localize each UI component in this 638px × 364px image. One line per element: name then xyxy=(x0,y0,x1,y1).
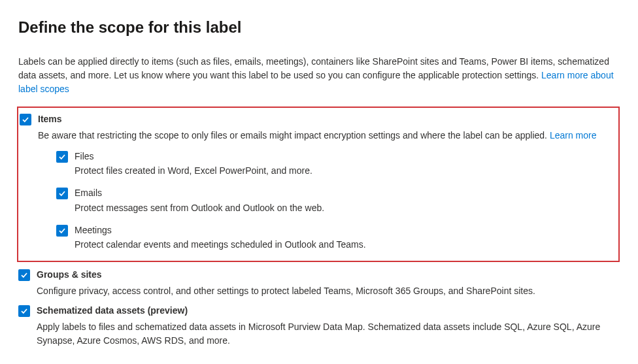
items-learn-more-link[interactable]: Learn more xyxy=(550,130,597,141)
items-row: Items Be aware that restricting the scop… xyxy=(20,113,613,253)
items-description: Be aware that restricting the scope to o… xyxy=(38,129,613,142)
emails-description: Protect messages sent from Outlook and O… xyxy=(75,201,324,215)
intro-paragraph: Labels can be applied directly to items … xyxy=(18,55,620,96)
check-icon xyxy=(58,153,66,161)
groups-label: Groups & sites xyxy=(37,269,620,282)
items-checkbox[interactable] xyxy=(20,114,31,125)
meetings-description: Protect calendar events and meetings sch… xyxy=(75,238,366,252)
intro-text: Labels can be applied directly to items … xyxy=(18,56,609,80)
page-title: Define the scope for this label xyxy=(18,18,620,37)
groups-checkbox[interactable] xyxy=(18,269,30,281)
check-icon xyxy=(58,227,66,235)
items-highlight-box: Items Be aware that restricting the scop… xyxy=(17,107,620,262)
meetings-checkbox[interactable] xyxy=(56,225,68,237)
meetings-label: Meetings xyxy=(75,224,366,237)
files-row: Files Protect files created in Word, Exc… xyxy=(56,150,613,178)
groups-description: Configure privacy, access control, and o… xyxy=(37,284,620,298)
check-icon xyxy=(20,271,28,279)
schematized-description: Apply labels to files and schematized da… xyxy=(37,320,620,348)
emails-row: Emails Protect messages sent from Outloo… xyxy=(56,187,613,215)
check-icon xyxy=(58,190,66,197)
files-checkbox[interactable] xyxy=(56,151,68,163)
emails-label: Emails xyxy=(75,187,324,200)
files-description: Protect files created in Word, Excel Pow… xyxy=(75,164,312,178)
schematized-checkbox[interactable] xyxy=(18,305,30,317)
schematized-label: Schematized data assets (preview) xyxy=(37,305,620,318)
schematized-row: Schematized data assets (preview) Apply … xyxy=(18,305,620,348)
check-icon xyxy=(22,116,29,124)
check-icon xyxy=(20,307,28,315)
groups-row: Groups & sites Configure privacy, access… xyxy=(18,269,620,298)
files-label: Files xyxy=(75,150,312,163)
items-desc-text: Be aware that restricting the scope to o… xyxy=(38,130,550,141)
emails-checkbox[interactable] xyxy=(56,188,68,199)
meetings-row: Meetings Protect calendar events and mee… xyxy=(56,224,613,252)
items-label: Items xyxy=(38,113,613,126)
